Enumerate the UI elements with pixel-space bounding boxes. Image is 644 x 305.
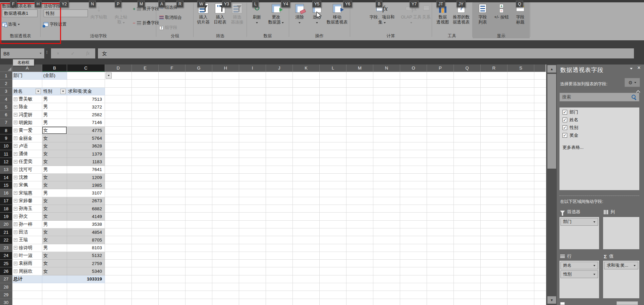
cell-B27[interactable] xyxy=(42,275,67,283)
column-header-S[interactable]: S xyxy=(507,64,534,72)
row-header-19[interactable]: 19 xyxy=(0,213,12,220)
cell-B12[interactable]: 女 xyxy=(42,158,67,166)
field-item-姓名[interactable]: ✓姓名 xyxy=(559,115,639,123)
empty-cells[interactable] xyxy=(105,299,546,305)
collapse-outline-icon[interactable]: − xyxy=(14,215,17,218)
empty-cells[interactable] xyxy=(105,236,546,244)
row-header-20[interactable]: 20 xyxy=(0,221,12,228)
row-header-9[interactable]: 9 xyxy=(0,134,12,142)
row-header-23[interactable]: 23 xyxy=(0,244,12,252)
empty-cells[interactable] xyxy=(105,72,546,80)
cell-A6[interactable]: −冯雯妍 xyxy=(12,111,42,119)
collapse-outline-icon[interactable]: − xyxy=(14,269,17,273)
cell-C12[interactable]: 1183 xyxy=(67,158,105,166)
empty-cells[interactable] xyxy=(105,158,546,166)
empty-cells[interactable] xyxy=(105,80,546,87)
cell-B1[interactable]: (全部) xyxy=(42,72,67,80)
empty-cells[interactable] xyxy=(105,283,546,291)
cell-A8[interactable]: −黄一爱 xyxy=(12,127,42,134)
cell-B17[interactable]: 女 xyxy=(42,197,67,205)
collapse-outline-icon[interactable]: − xyxy=(14,168,17,171)
cell-A12[interactable]: −任雯奕 xyxy=(12,158,42,166)
row-header-11[interactable]: 11 xyxy=(0,150,12,158)
cell-A24[interactable]: −叶一淑 xyxy=(12,252,42,260)
cell-C4[interactable]: 7513 xyxy=(67,95,105,103)
row-header-25[interactable]: 25 xyxy=(0,260,12,267)
close-icon[interactable]: × xyxy=(637,64,641,71)
row-header-13[interactable]: 13 xyxy=(0,166,12,174)
column-header-B[interactable]: B xyxy=(42,64,67,72)
column-header-P[interactable]: P xyxy=(427,64,454,72)
cell-C30[interactable] xyxy=(67,299,105,305)
field-item-奖金[interactable]: ✓奖金 xyxy=(559,131,639,138)
cell-C23[interactable]: 8103 xyxy=(67,244,105,252)
cell-B23[interactable]: 男 xyxy=(42,244,67,252)
cell-A3[interactable]: 姓名 xyxy=(12,88,42,95)
cell-C24[interactable]: 5132 xyxy=(67,252,105,260)
filters-area[interactable]: 部门 xyxy=(559,217,599,249)
empty-cells[interactable] xyxy=(105,197,546,205)
cell-B13[interactable]: 男 xyxy=(42,166,67,174)
search-input[interactable]: 搜索 xyxy=(559,93,639,101)
gender-filter-dropdown[interactable] xyxy=(60,89,66,94)
empty-cells[interactable] xyxy=(105,291,546,299)
row-header-3[interactable]: 3 xyxy=(0,88,12,95)
row-header-26[interactable]: 26 xyxy=(0,267,12,275)
empty-cells[interactable] xyxy=(105,189,546,197)
cell-A7[interactable]: −胡婉如 xyxy=(12,119,42,127)
column-header-R[interactable]: R xyxy=(481,64,507,72)
cell-B19[interactable]: 女 xyxy=(42,213,67,220)
cell-B3[interactable]: 性别 xyxy=(42,88,67,95)
empty-cells[interactable] xyxy=(105,267,546,275)
column-header-Q[interactable]: Q xyxy=(454,64,481,72)
row-header-27[interactable]: 27 xyxy=(0,275,12,283)
column-header-partial[interactable] xyxy=(534,64,546,72)
collapse-outline-icon[interactable]: − xyxy=(14,113,17,117)
name-box-dropdown-icon[interactable] xyxy=(40,53,42,54)
field-item-性别[interactable]: ✓性别 xyxy=(559,123,639,131)
empty-cells[interactable] xyxy=(105,228,546,236)
cell-A21[interactable]: −田洁 xyxy=(12,228,42,236)
cell-C6[interactable]: 2582 xyxy=(67,111,105,119)
cell-B6[interactable]: 男 xyxy=(42,111,67,119)
cell-A16[interactable]: −宋瑞惠 xyxy=(12,189,42,197)
row-header-8[interactable]: 8 xyxy=(0,127,12,134)
cell-A4[interactable]: −曹美敏 xyxy=(12,95,42,103)
cell-C3[interactable]: 求和项:奖金 xyxy=(67,88,105,95)
cell-C13[interactable]: 7641 xyxy=(67,166,105,174)
ungroup-button[interactable]: 取消组合 xyxy=(159,15,182,20)
row-header-15[interactable]: 15 xyxy=(0,181,12,189)
cell-C1[interactable] xyxy=(67,72,105,80)
empty-cells[interactable] xyxy=(105,150,546,158)
cell-A30[interactable] xyxy=(12,299,42,305)
cell-C11[interactable]: 1379 xyxy=(67,150,105,158)
empty-cells[interactable] xyxy=(105,275,546,283)
cell-C17[interactable]: 2673 xyxy=(67,197,105,205)
empty-cells[interactable] xyxy=(105,88,546,95)
column-header-G[interactable]: G xyxy=(185,64,212,72)
scroll-up-icon[interactable]: ▲ xyxy=(547,65,556,73)
column-header-N[interactable]: N xyxy=(373,64,400,72)
cell-A20[interactable]: −孙一梓 xyxy=(12,221,42,228)
cell-B9[interactable]: 女 xyxy=(42,134,67,142)
cell-B18[interactable]: 女 xyxy=(42,205,67,213)
plus-minus-buttons-button[interactable]: +− +/- 按钮 xyxy=(492,2,511,37)
empty-cells[interactable] xyxy=(105,119,546,127)
empty-cells[interactable] xyxy=(105,244,546,252)
empty-cells[interactable] xyxy=(105,221,546,228)
values-area[interactable]: 求和项:奖... xyxy=(603,261,639,298)
empty-cells[interactable] xyxy=(105,181,546,189)
cell-C28[interactable] xyxy=(67,283,105,291)
cell-B5[interactable]: 男 xyxy=(42,103,67,111)
collapse-outline-icon[interactable]: − xyxy=(14,262,17,265)
empty-cells[interactable] xyxy=(105,103,546,111)
collapse-outline-icon[interactable]: − xyxy=(14,176,17,179)
field-list-button[interactable]: 字段 列表 xyxy=(475,2,491,37)
name-filter-dropdown[interactable] xyxy=(36,89,41,94)
collapse-outline-icon[interactable]: − xyxy=(14,152,17,156)
collapse-outline-icon[interactable]: − xyxy=(14,238,17,242)
cell-C7[interactable]: 7146 xyxy=(67,119,105,127)
cell-B7[interactable]: 男 xyxy=(42,119,67,127)
column-header-M[interactable]: M xyxy=(346,64,373,72)
cell-C25[interactable]: 2759 xyxy=(67,260,105,267)
